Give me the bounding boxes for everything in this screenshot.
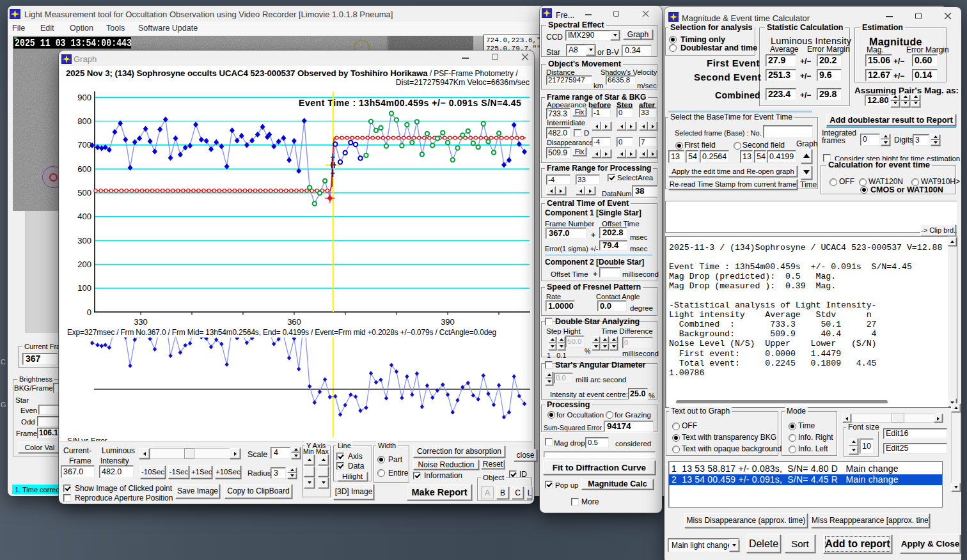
svg-text:390: 390 (441, 317, 455, 327)
svg-text:200: 200 (77, 260, 91, 269)
svg-text:300: 300 (77, 236, 91, 245)
svg-text:Exp=327msec / Frm No.367.0 / F: Exp=327msec / Frm No.367.0 / Frm Mid= 13… (67, 328, 496, 337)
svg-text:330: 330 (134, 317, 148, 327)
svg-text:360: 360 (287, 317, 301, 327)
svg-text:700: 700 (77, 140, 91, 150)
svg-text:600: 600 (77, 164, 91, 174)
svg-text:Dist=217275947Km Veloc=6636m/s: Dist=217275947Km Veloc=6636m/sec (396, 78, 530, 87)
svg-text:400: 400 (77, 212, 91, 221)
svg-text:800: 800 (77, 116, 91, 126)
svg-text:2025 Nov 3; (134) Sophrosyne o: 2025 Nov 3; (134) Sophrosyne occults UCA… (66, 68, 518, 78)
svg-text:900: 900 (77, 93, 91, 102)
svg-text:0: 0 (87, 307, 91, 317)
svg-text:Event Time : 13h54m00.459s +/: Event Time : 13h54m00.459s +/− 0.091s S/… (299, 98, 521, 108)
svg-text:100: 100 (77, 283, 91, 293)
svg-text:500: 500 (77, 188, 91, 198)
